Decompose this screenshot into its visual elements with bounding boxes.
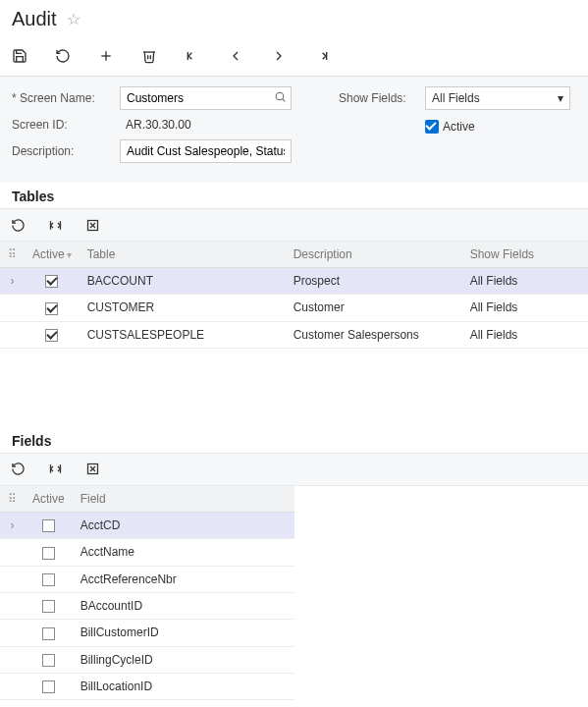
- active-label: Active: [443, 120, 475, 134]
- field-cell[interactable]: BillShipmentSource: [73, 700, 294, 707]
- last-button[interactable]: [310, 44, 334, 68]
- field-row[interactable]: › AcctCD: [0, 512, 294, 538]
- description-header[interactable]: Description: [286, 242, 462, 268]
- tables-toolbar: [0, 208, 588, 242]
- undo-button[interactable]: [51, 44, 75, 68]
- delete-button[interactable]: [137, 44, 161, 68]
- table-cell[interactable]: CUSTOMER: [80, 295, 286, 321]
- active-checkbox[interactable]: [42, 627, 55, 640]
- show-fields-cell[interactable]: All Fields: [462, 268, 588, 295]
- field-row[interactable]: BillShipmentSource: [0, 700, 294, 707]
- description-cell[interactable]: Prospect: [286, 268, 462, 295]
- field-row[interactable]: BillCustomerID: [0, 620, 294, 646]
- table-row[interactable]: › BACCOUNT Prospect All Fields: [0, 268, 588, 295]
- row-indicator: [0, 566, 25, 592]
- field-row[interactable]: BillingCycleID: [0, 646, 294, 673]
- show-fields-value: All Fields: [432, 91, 480, 105]
- row-selector-header[interactable]: ⠿: [0, 242, 25, 268]
- fit-columns-button[interactable]: [45, 215, 65, 235]
- next-button[interactable]: [267, 44, 291, 68]
- row-indicator: [0, 321, 25, 348]
- table-row[interactable]: CUSTSALESPEOPLE Customer Salespersons Al…: [0, 321, 588, 348]
- row-indicator: [0, 620, 25, 646]
- field-cell[interactable]: BillLocationID: [73, 673, 294, 699]
- active-checkbox[interactable]: [45, 275, 58, 288]
- active-header[interactable]: Active: [25, 486, 73, 513]
- first-button[interactable]: [181, 44, 204, 68]
- active-header[interactable]: Active▾: [25, 242, 80, 268]
- row-indicator: [0, 592, 25, 619]
- description-cell[interactable]: Customer: [286, 295, 462, 321]
- screen-name-label: Screen Name:: [12, 91, 120, 105]
- field-cell[interactable]: BillCustomerID: [73, 620, 294, 646]
- table-row[interactable]: CUSTOMER Customer All Fields: [0, 295, 588, 321]
- row-indicator: [0, 646, 25, 673]
- show-fields-cell[interactable]: All Fields: [462, 321, 588, 348]
- field-row[interactable]: BAccountID: [0, 592, 294, 619]
- active-checkbox[interactable]: [42, 547, 55, 560]
- active-checkbox[interactable]: [42, 573, 55, 586]
- field-cell[interactable]: AcctName: [73, 539, 294, 566]
- active-checkbox[interactable]: [42, 519, 55, 532]
- favorite-star-icon[interactable]: ☆: [67, 10, 80, 28]
- table-header[interactable]: Table: [80, 242, 286, 268]
- search-icon[interactable]: [274, 90, 287, 106]
- field-row[interactable]: AcctName: [0, 539, 294, 566]
- active-checkbox[interactable]: [425, 120, 439, 134]
- tables-grid: ⠿ Active▾ Table Description Show Fields …: [0, 242, 588, 349]
- screen-id-label: Screen ID:: [12, 118, 120, 132]
- show-fields-select[interactable]: All Fields ▾: [425, 86, 570, 110]
- show-fields-header[interactable]: Show Fields: [462, 242, 588, 268]
- table-cell[interactable]: CUSTSALESPEOPLE: [80, 321, 286, 348]
- field-row[interactable]: AcctReferenceNbr: [0, 566, 294, 592]
- page-title: Audit: [12, 8, 57, 30]
- row-indicator: [0, 673, 25, 699]
- field-cell[interactable]: BAccountID: [73, 592, 294, 619]
- screen-name-input[interactable]: [120, 86, 292, 110]
- row-selector-header[interactable]: ⠿: [0, 486, 25, 513]
- show-fields-cell[interactable]: All Fields: [462, 295, 588, 321]
- row-indicator: ›: [0, 512, 25, 538]
- field-header[interactable]: Field: [73, 486, 294, 513]
- tables-section-title: Tables: [0, 183, 588, 208]
- active-checkbox[interactable]: [45, 302, 58, 315]
- chevron-down-icon: ▾: [558, 91, 563, 105]
- row-indicator: [0, 700, 25, 707]
- main-toolbar: [0, 38, 588, 74]
- form-panel: Screen Name: Show Fields: All Fields ▾ S…: [0, 77, 588, 183]
- svg-point-4: [276, 92, 284, 100]
- field-cell[interactable]: BillingCycleID: [73, 646, 294, 673]
- fields-toolbar: [0, 453, 588, 486]
- fields-grid: ⠿ Active Field › AcctCD AcctName AcctRef…: [0, 486, 294, 707]
- filter-icon: ▾: [67, 249, 72, 260]
- save-button[interactable]: [8, 44, 31, 68]
- row-indicator: [0, 539, 25, 566]
- export-button[interactable]: [82, 215, 102, 235]
- active-checkbox[interactable]: [42, 600, 55, 613]
- refresh-button[interactable]: [8, 215, 27, 235]
- row-indicator: [0, 295, 25, 321]
- table-cell[interactable]: BACCOUNT: [80, 268, 286, 295]
- export-button[interactable]: [82, 460, 102, 479]
- active-checkbox[interactable]: [42, 680, 55, 693]
- field-cell[interactable]: AcctCD: [73, 512, 294, 538]
- screen-id-value: AR.30.30.00: [120, 118, 292, 132]
- row-indicator: ›: [0, 268, 25, 295]
- active-checkbox[interactable]: [42, 654, 55, 667]
- show-fields-label: Show Fields:: [339, 91, 425, 105]
- description-cell[interactable]: Customer Salespersons: [286, 321, 462, 348]
- prev-button[interactable]: [224, 44, 247, 68]
- fields-section-title: Fields: [0, 427, 588, 453]
- fit-columns-button[interactable]: [45, 460, 65, 479]
- description-label: Description:: [12, 144, 120, 158]
- field-row[interactable]: BillLocationID: [0, 673, 294, 699]
- svg-line-5: [283, 99, 285, 101]
- screen-name-field[interactable]: [127, 91, 274, 105]
- field-cell[interactable]: AcctReferenceNbr: [73, 566, 294, 592]
- add-button[interactable]: [94, 44, 118, 68]
- description-input[interactable]: [120, 139, 292, 163]
- active-checkbox[interactable]: [45, 329, 58, 342]
- refresh-button[interactable]: [8, 460, 27, 479]
